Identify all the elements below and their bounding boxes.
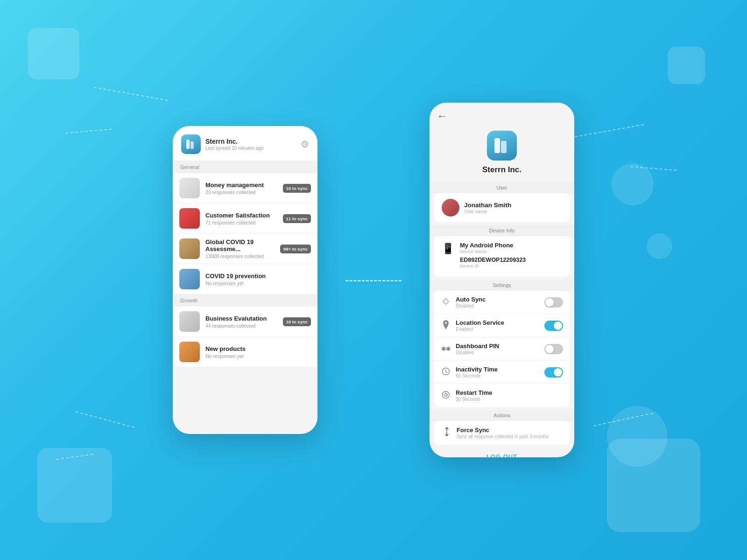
sync-badge-customer: 11 to sync: [283, 214, 311, 223]
pin-status: Disabled: [456, 350, 540, 355]
sync-badge-covid-global: 99+ to sync: [280, 245, 311, 253]
restart-status: 30 Seconds: [456, 397, 563, 402]
org-info: Sterrn Inc. Last synced 10 minutes ago: [205, 138, 264, 151]
restart-name: Restart Time: [456, 389, 563, 396]
survey-info-covid-prevention: COVID 19 prevention No responses yet: [205, 273, 311, 286]
svg-rect-1: [190, 141, 194, 149]
survey-count-covid-prevention: No responses yet: [205, 280, 311, 286]
survey-title-money: Money management: [205, 182, 277, 189]
pin-text: Dashboard PIN Disabled: [456, 343, 540, 355]
pin-toggle[interactable]: [544, 344, 563, 354]
survey-item-biz[interactable]: Business Evalutation 44 responses collec…: [173, 307, 317, 337]
restart-text: Restart Time 30 Seconds: [456, 389, 563, 402]
survey-item-new-products[interactable]: New products No responses yet: [173, 337, 317, 367]
actions-section-label: Actions: [430, 410, 574, 421]
auto-sync-toggle-knob: [545, 298, 554, 307]
svg-rect-3: [501, 141, 507, 153]
back-button[interactable]: ←: [437, 110, 447, 122]
profile-section: Sterrn Inc.: [430, 126, 574, 182]
survey-count-new-products: No responses yet: [205, 353, 311, 359]
survey-thumb-money: [179, 178, 200, 198]
pin-icon: ✱✱: [441, 346, 451, 352]
survey-thumb-covid-prevention: [179, 269, 200, 289]
device-id: ED892DEWOP12209323: [460, 257, 526, 263]
auto-sync-status: Disabled: [456, 303, 540, 308]
sync-badge-biz: 10 to sync: [283, 317, 311, 326]
right-phone-top-bar: ←: [430, 103, 574, 126]
force-sync-text: Force Sync Sync all response collected i…: [457, 427, 549, 439]
survey-thumb-new-products: [179, 342, 200, 362]
setting-row-restart: Restart Time 30 Seconds: [434, 384, 570, 407]
survey-title-customer: Customer Satisfaction: [205, 212, 277, 219]
survey-thumb-customer: [179, 208, 200, 229]
user-details: Jonathan Smith User name: [464, 202, 511, 214]
actions-card[interactable]: Force Sync Sync all response collected i…: [434, 421, 570, 445]
pin-toggle-knob: [545, 345, 554, 353]
survey-title-new-products: New products: [205, 345, 311, 352]
settings-card: Auto Sync Disabled Location Service Enab…: [434, 291, 570, 407]
phones-container: Sterrn Inc. Last synced 10 minutes ago ⚙…: [173, 103, 574, 457]
inactivity-status: 60 Seconds: [456, 373, 540, 378]
location-toggle[interactable]: [544, 321, 563, 331]
restart-icon: [441, 391, 451, 401]
setting-row-pin: ✱✱ Dashboard PIN Disabled: [434, 337, 570, 361]
org-header-left: Sterrn Inc. Last synced 10 minutes ago: [181, 134, 264, 154]
settings-icon[interactable]: ⚙: [301, 139, 309, 150]
force-sync-desc: Sync all response collected in past 3 mo…: [457, 434, 549, 439]
survey-info-money: Money management 23 responses collected: [205, 182, 277, 195]
logout-button[interactable]: LOG OUT: [430, 448, 574, 457]
device-section-label: Device Info: [430, 225, 574, 236]
section-general: General: [173, 161, 317, 173]
survey-info-covid-global: Global COVID 19 Assessme... 13000 respon…: [205, 238, 275, 259]
survey-title-biz: Business Evalutation: [205, 315, 277, 322]
location-toggle-knob: [554, 322, 562, 330]
section-growth: Growth: [173, 294, 317, 307]
location-icon: [441, 320, 451, 331]
survey-count-money: 23 responses collected: [205, 189, 277, 195]
survey-count-covid-global: 13000 responses collected: [205, 253, 275, 259]
location-name: Location Service: [456, 319, 540, 326]
inactivity-text: Inactivity Time 60 Seconds: [456, 366, 540, 378]
user-section-label: User: [430, 182, 574, 193]
force-sync-row: Force Sync Sync all response collected i…: [442, 427, 562, 439]
device-id-label: Device ID: [460, 263, 526, 268]
survey-info-new-products: New products No responses yet: [205, 345, 311, 359]
force-sync-icon: [442, 427, 452, 439]
auto-sync-toggle[interactable]: [544, 297, 563, 308]
sync-badge-money: 10 to sync: [283, 184, 311, 193]
svg-rect-0: [186, 140, 190, 149]
user-row-inner: Jonathan Smith User name: [442, 199, 562, 217]
location-text: Location Service Enabled: [456, 319, 540, 332]
inactivity-icon: [441, 367, 451, 378]
survey-item-covid-prevention[interactable]: COVID 19 prevention No responses yet: [173, 264, 317, 294]
user-avatar: [442, 199, 459, 217]
auto-sync-icon: [441, 297, 451, 308]
left-phone-header: Sterrn Inc. Last synced 10 minutes ago ⚙: [173, 126, 317, 161]
survey-item-covid-global[interactable]: Global COVID 19 Assessme... 13000 respon…: [173, 234, 317, 264]
user-row: Jonathan Smith User name: [434, 193, 570, 222]
survey-info-biz: Business Evalutation 44 responses collec…: [205, 315, 277, 329]
user-label: User name: [464, 209, 511, 214]
survey-info-customer: Customer Satisfaction 71 responses colle…: [205, 212, 277, 225]
survey-item-customer[interactable]: Customer Satisfaction 71 responses colle…: [173, 203, 317, 234]
setting-row-auto-sync: Auto Sync Disabled: [434, 291, 570, 314]
setting-row-inactivity: Inactivity Time 60 Seconds: [434, 361, 570, 384]
survey-item-money[interactable]: Money management 23 responses collected …: [173, 173, 317, 203]
auto-sync-name: Auto Sync: [456, 296, 540, 303]
survey-title-covid-global: Global COVID 19 Assessme...: [205, 238, 275, 252]
device-info-card: 📱 My Android Phone Device Name ED892DEWO…: [434, 236, 570, 277]
survey-count-customer: 71 responses collected: [205, 220, 277, 225]
pin-name: Dashboard PIN: [456, 343, 540, 350]
device-details: My Android Phone Device Name ED892DEWOP1…: [460, 242, 526, 271]
setting-row-location: Location Service Enabled: [434, 314, 570, 337]
right-phone: ← Sterrn Inc. User Jonathan Smith User n…: [430, 103, 574, 457]
location-status: Enabled: [456, 327, 540, 332]
survey-thumb-biz: [179, 311, 200, 332]
org-sync-status: Last synced 10 minutes ago: [205, 146, 264, 151]
inactivity-toggle[interactable]: [544, 367, 563, 378]
org-name-left: Sterrn Inc.: [205, 138, 264, 145]
left-phone: Sterrn Inc. Last synced 10 minutes ago ⚙…: [173, 126, 317, 434]
inactivity-toggle-knob: [554, 368, 562, 377]
profile-avatar: [487, 131, 517, 161]
org-avatar: [181, 134, 201, 154]
